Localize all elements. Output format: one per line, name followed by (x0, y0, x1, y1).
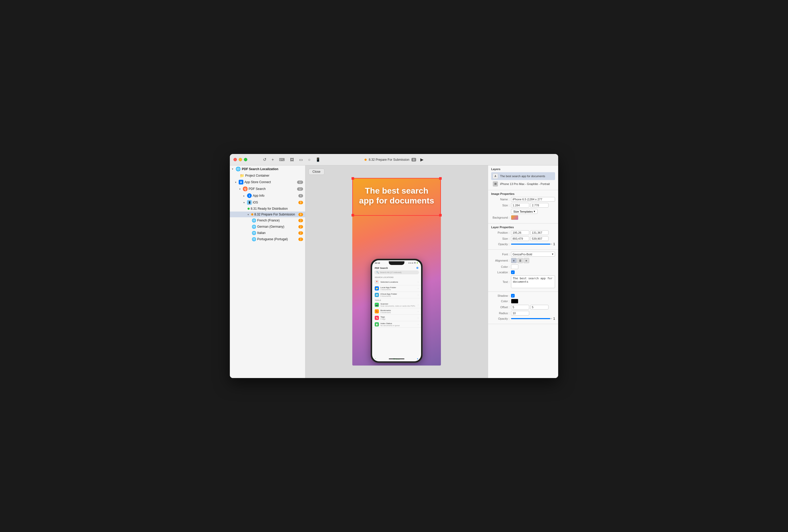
layer-w-input[interactable] (511, 236, 529, 241)
app-info-label: App Info (253, 194, 264, 197)
text-row: Text : The best search app for documents (491, 275, 555, 288)
close-button[interactable] (234, 158, 237, 161)
screenshot-container[interactable]: The best search app for documents 22:12 … (352, 178, 441, 366)
list-item[interactable]: 📷 Scanner Scan documents, notes or cards… (372, 302, 421, 308)
sidebar-item-app-store-connect[interactable]: ▾ A App Store Connect 12 (230, 179, 305, 185)
text-layer-icon: A (493, 174, 498, 179)
shadow-offset-y-input[interactable] (530, 305, 549, 310)
refresh-icon[interactable]: ↺ (263, 157, 266, 162)
font-dropdown[interactable]: GeezaPro-Bold ▾ (511, 252, 555, 257)
pdf-search-label: PDF Search (249, 187, 265, 191)
ios-label: iOS (253, 201, 258, 204)
sidebar-item-ready-dist[interactable]: 8.31 Ready for Distribution (230, 206, 305, 212)
sidebar-item-french[interactable]: 🌐 French (France) 2 (230, 217, 305, 223)
green-dot-icon (248, 208, 250, 210)
minimize-button[interactable] (239, 158, 242, 161)
text-input[interactable]: The best search app for documents (511, 275, 555, 288)
list-chevron-icon: › (418, 317, 418, 319)
list-item-title: iCloud App Folder (380, 293, 416, 295)
shadow-label: Shadow : (491, 294, 509, 297)
prepare-submission-badge: 8 (298, 213, 303, 216)
image-icon[interactable]: 🖼 (290, 157, 294, 162)
titlebar-badge: 8 (411, 158, 416, 161)
pos-y-input[interactable] (530, 230, 549, 235)
localize-checkbox[interactable]: ✓ (511, 271, 515, 274)
rect-icon[interactable]: ▭ (299, 157, 303, 162)
close-button[interactable]: Close (309, 169, 324, 175)
list-item-title: Local App Folder (380, 286, 416, 289)
shadow-offset-label: Offset : (491, 306, 509, 309)
circle-icon[interactable]: ○ (308, 157, 310, 162)
sidebar-item-portuguese[interactable]: 🌐 Portuguese (Portugal) 2 (230, 236, 305, 242)
shadow-color-swatch[interactable] (511, 299, 518, 303)
list-item[interactable]: 📍 Selected Locations › (372, 279, 421, 285)
shadow-offset-x-input[interactable] (511, 305, 529, 310)
list-item[interactable]: ☁️ iCloud App Folder 6 documents › (372, 292, 421, 298)
sidebar-item-app-info[interactable]: ▸ ℹ App Info 4 (230, 192, 305, 199)
phone-icon[interactable]: 📱 (316, 157, 320, 162)
list-item[interactable]: 🏷️ Tags 0 tags › (372, 315, 421, 321)
app-store-connect-label: App Store Connect (244, 180, 271, 184)
add-icon[interactable]: + (272, 157, 274, 162)
list-item-content: Tags 0 tags (380, 316, 416, 320)
name-label: Name : (491, 198, 509, 201)
pos-x-input[interactable] (511, 230, 529, 235)
index-status-icon: 📋 (375, 322, 379, 327)
opacity-slider[interactable] (511, 243, 552, 244)
layer-h-input[interactable] (530, 236, 549, 241)
list-item-content: Index Status No documents in queue (380, 322, 416, 327)
list-chevron-icon: › (418, 304, 418, 306)
shadow-opacity-slider-container: 1 (511, 317, 555, 320)
sidebar-item-ios[interactable]: ▾ 📱 iOS 8 (230, 199, 305, 206)
layer-item-image[interactable]: 🖼 iPhone 13 Pro Max - Graphite - Portrai… (491, 180, 555, 188)
maximize-button[interactable] (244, 158, 247, 161)
screenshot-headline: The best search app for documents (355, 183, 438, 209)
align-right-button[interactable]: ≡ (524, 258, 529, 263)
list-item[interactable]: 📁 Local App Folder 3 documents › (372, 285, 421, 292)
list-item[interactable]: 📋 Index Status No documents in queue › (372, 321, 421, 328)
sidebar-item-italian[interactable]: 🌐 Italian 2 (230, 230, 305, 236)
sidebar-root-label: PDF Search Localization (242, 167, 278, 171)
size-w-input[interactable] (511, 203, 529, 208)
list-item-content: iCloud App Folder 6 documents (380, 293, 416, 297)
phone-screen: 22:12 ▲▲▲ ⊡ 🔋 PDF Search ⚙ 🔍 Search All … (372, 260, 421, 361)
right-panel: Layers A The best search app for documen… (488, 165, 558, 378)
titlebar-controls: ↺ + ⌨ 🖼 ▭ ○ 📱 (263, 157, 320, 162)
selected-locations-icon: 📍 (375, 280, 379, 284)
list-item-title: Scanner (380, 303, 416, 305)
name-input[interactable] (511, 197, 555, 202)
size-templates-button[interactable]: Size Templates ▾ (511, 209, 537, 214)
chevron-down-icon: ▾ (239, 188, 242, 191)
size-h-input[interactable] (530, 203, 549, 208)
shadow-row: Shadow : ✓ (491, 294, 555, 297)
bookmarks-icon: 🔖 (375, 309, 379, 313)
align-left-button[interactable]: ≡ (511, 258, 517, 263)
sidebar-item-german[interactable]: 🌐 German (Germany) 2 (230, 223, 305, 230)
titlebar: ↺ + ⌨ 🖼 ▭ ○ 📱 8.32 Prepare For Submissio… (230, 154, 558, 165)
chevron-down-icon: ▾ (232, 168, 235, 171)
shadow-opacity-slider[interactable] (511, 318, 552, 319)
list-item-content: Local App Folder 3 documents (380, 286, 416, 291)
list-item[interactable]: 🔖 Bookmarks 0 bookmarks › (372, 308, 421, 315)
shadow-checkbox[interactable]: ✓ (511, 294, 515, 297)
play-button[interactable]: ▶ (420, 157, 423, 162)
globe-icon: 🌐 (252, 231, 256, 235)
text-label: Text : (491, 280, 509, 283)
canvas-area[interactable]: Close The best search app for documents (306, 165, 488, 378)
text-color-swatch[interactable] (511, 264, 518, 269)
background-row: Background : (491, 215, 555, 220)
phone-search-bar[interactable]: 🔍 Search All (17 indexed) (374, 271, 419, 274)
sidebar-root[interactable]: ▾ 🌐 PDF Search Localization (230, 165, 305, 173)
globe-icon: 🌐 (252, 218, 256, 222)
align-center-button[interactable]: ☰ (517, 258, 523, 263)
ios-badge: 8 (298, 201, 303, 204)
shadow-color-label: Color : (491, 300, 509, 303)
layer-item-text[interactable]: A The best search app for documents (491, 172, 555, 180)
phone-section-search-locations: SEARCH LOCATIONS (372, 275, 421, 279)
text-icon[interactable]: ⌨ (279, 157, 285, 162)
sidebar-item-pdf-search[interactable]: ▾ Q PDF Search 12 (230, 185, 305, 192)
sidebar-item-prepare-submission[interactable]: ▾ 8.32 Prepare For Submission 8 (230, 212, 305, 217)
background-color-swatch[interactable] (511, 215, 518, 220)
shadow-radius-input[interactable] (511, 311, 529, 315)
sidebar-item-project-container[interactable]: 📁 Project Container (230, 173, 305, 179)
